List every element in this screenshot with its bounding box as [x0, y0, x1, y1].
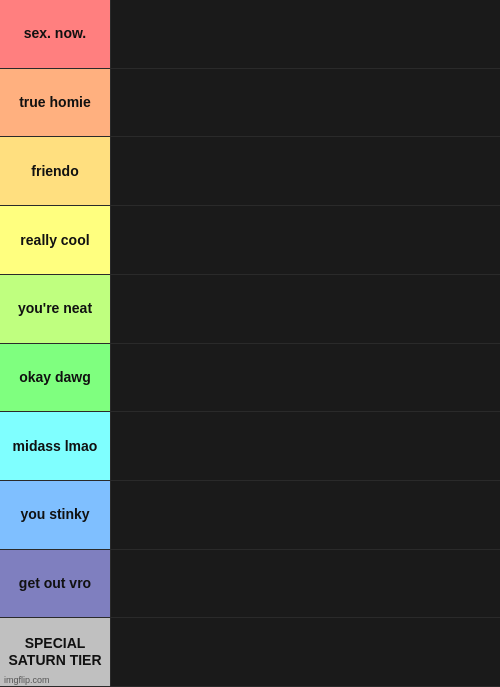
tier-label: okay dawg	[0, 344, 110, 412]
tier-label: you're neat	[0, 275, 110, 343]
tier-label: true homie	[0, 69, 110, 137]
tier-content	[110, 618, 500, 686]
tier-label: really cool	[0, 206, 110, 274]
tier-row: really cool	[0, 206, 500, 275]
tier-label: midass lmao	[0, 412, 110, 480]
tier-row: you're neat	[0, 275, 500, 344]
tier-row: sex. now.	[0, 0, 500, 69]
tier-content	[110, 481, 500, 549]
watermark: imgflip.com	[4, 675, 50, 685]
tier-label: you stinky	[0, 481, 110, 549]
tier-label: friendo	[0, 137, 110, 205]
tier-content	[110, 550, 500, 618]
tier-row: get out vro	[0, 550, 500, 619]
tier-row: midass lmao	[0, 412, 500, 481]
tier-content	[110, 344, 500, 412]
tier-content	[110, 69, 500, 137]
tier-content	[110, 0, 500, 68]
tier-content	[110, 206, 500, 274]
tier-row: you stinky	[0, 481, 500, 550]
tier-label: sex. now.	[0, 0, 110, 68]
tier-content	[110, 137, 500, 205]
tier-row: SPECIAL SATURN TIER	[0, 618, 500, 687]
tier-row: true homie	[0, 69, 500, 138]
tier-list: sex. now.true homiefriendoreally coolyou…	[0, 0, 500, 687]
tier-row: okay dawg	[0, 344, 500, 413]
tier-label: get out vro	[0, 550, 110, 618]
tier-content	[110, 275, 500, 343]
tier-content	[110, 412, 500, 480]
tier-row: friendo	[0, 137, 500, 206]
